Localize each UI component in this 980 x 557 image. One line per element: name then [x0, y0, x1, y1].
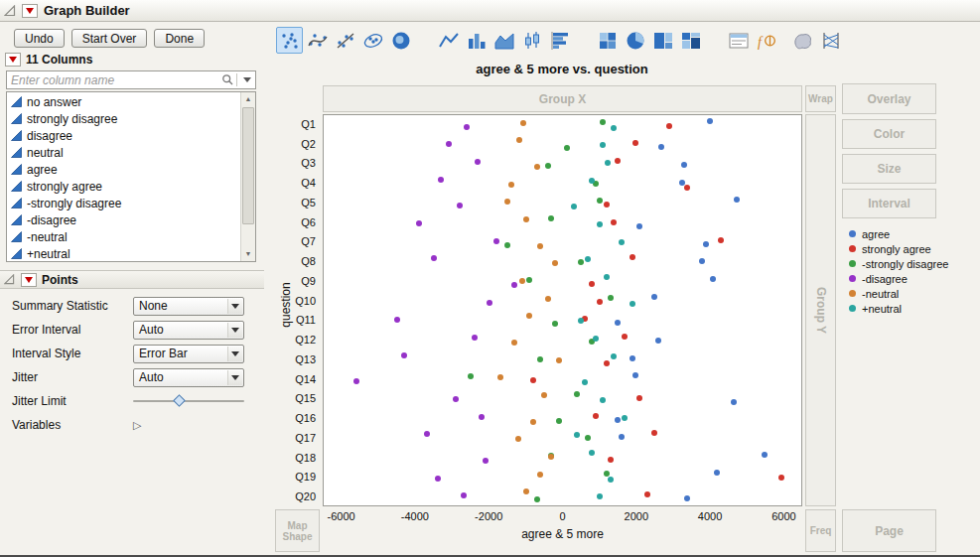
- line-icon[interactable]: [435, 27, 462, 54]
- data-point[interactable]: [464, 124, 470, 130]
- data-point[interactable]: [608, 477, 614, 483]
- data-point[interactable]: [519, 278, 525, 284]
- ellipse-icon[interactable]: [359, 27, 386, 54]
- data-point[interactable]: [511, 340, 517, 346]
- data-point[interactable]: [589, 450, 595, 456]
- data-point[interactable]: [699, 258, 705, 264]
- treemap-icon[interactable]: [649, 27, 676, 54]
- data-point[interactable]: [530, 419, 536, 425]
- data-point[interactable]: [585, 256, 591, 262]
- data-point[interactable]: [574, 391, 580, 397]
- data-point[interactable]: [435, 476, 441, 482]
- interval-style-select[interactable]: Error Bar: [133, 345, 244, 363]
- data-point[interactable]: [534, 496, 540, 502]
- data-point[interactable]: [516, 137, 522, 143]
- column-search-input[interactable]: [7, 73, 221, 87]
- data-point[interactable]: [632, 140, 638, 146]
- column-list-item[interactable]: disagree: [7, 127, 240, 144]
- data-point[interactable]: [611, 353, 617, 359]
- data-point[interactable]: [597, 198, 603, 204]
- error-interval-select[interactable]: Auto: [133, 321, 244, 340]
- heatmap-icon[interactable]: [594, 27, 621, 54]
- data-point[interactable]: [479, 414, 485, 420]
- data-point[interactable]: [552, 321, 558, 327]
- data-point[interactable]: [523, 488, 529, 494]
- data-point[interactable]: [520, 120, 526, 126]
- scroll-down-icon[interactable]: ▼: [241, 247, 255, 261]
- data-point[interactable]: [541, 392, 547, 398]
- data-point[interactable]: [556, 357, 562, 363]
- data-point[interactable]: [604, 274, 610, 280]
- legend-item[interactable]: -strongly disagree: [849, 256, 948, 271]
- data-point[interactable]: [600, 119, 606, 125]
- size-drop-zone[interactable]: Size: [842, 154, 936, 184]
- data-point[interactable]: [548, 454, 554, 460]
- data-point[interactable]: [655, 338, 661, 344]
- data-point[interactable]: [778, 475, 784, 481]
- data-point[interactable]: [600, 142, 606, 148]
- variables-disclosure-icon[interactable]: ▷: [133, 419, 141, 432]
- plot-area[interactable]: [323, 114, 802, 506]
- data-point[interactable]: [578, 318, 584, 324]
- jitter-limit-slider[interactable]: [133, 393, 244, 409]
- data-point[interactable]: [604, 471, 610, 477]
- data-point[interactable]: [636, 223, 642, 229]
- scroll-up-icon[interactable]: ▲: [241, 92, 255, 106]
- data-point[interactable]: [615, 320, 621, 326]
- data-point[interactable]: [394, 317, 400, 323]
- data-point[interactable]: [679, 180, 685, 186]
- data-point[interactable]: [526, 277, 532, 283]
- map-shape-drop-zone[interactable]: Map Shape: [275, 509, 320, 552]
- data-point[interactable]: [630, 355, 635, 361]
- smoother-icon[interactable]: [304, 27, 331, 54]
- data-point[interactable]: [636, 395, 642, 401]
- data-point[interactable]: [651, 294, 657, 300]
- data-point[interactable]: [611, 125, 617, 131]
- data-point[interactable]: [537, 243, 543, 249]
- data-point[interactable]: [493, 238, 499, 244]
- data-point[interactable]: [651, 430, 657, 436]
- data-point[interactable]: [578, 259, 584, 265]
- column-list-scrollbar[interactable]: ▲ ▼: [240, 92, 255, 261]
- data-point[interactable]: [619, 239, 625, 245]
- column-list-item[interactable]: agree: [7, 161, 240, 178]
- data-point[interactable]: [556, 418, 562, 424]
- legend-item[interactable]: -disagree: [849, 271, 948, 286]
- column-list-item[interactable]: no answer: [7, 93, 240, 110]
- data-point[interactable]: [446, 141, 452, 147]
- data-point[interactable]: [710, 276, 716, 282]
- data-point[interactable]: [684, 185, 690, 191]
- undo-button[interactable]: Undo: [14, 29, 65, 48]
- contour-icon[interactable]: [387, 27, 414, 54]
- interval-drop-zone[interactable]: Interval: [842, 189, 936, 218]
- data-point[interactable]: [571, 204, 577, 209]
- data-point[interactable]: [666, 123, 672, 129]
- legend-item[interactable]: strongly agree: [849, 241, 948, 256]
- formula-icon[interactable]: f: [753, 27, 779, 54]
- freq-drop-zone[interactable]: Freq: [805, 509, 836, 552]
- outline-collapse-icon[interactable]: [4, 5, 16, 17]
- legend-item[interactable]: +neutral: [849, 301, 948, 316]
- data-point[interactable]: [534, 164, 540, 170]
- data-point[interactable]: [593, 336, 599, 342]
- data-point[interactable]: [497, 374, 503, 380]
- data-point[interactable]: [605, 160, 611, 166]
- data-point[interactable]: [431, 255, 437, 261]
- data-point[interactable]: [615, 417, 621, 423]
- data-point[interactable]: [597, 299, 603, 305]
- color-drop-zone[interactable]: Color: [842, 119, 936, 149]
- column-list-item[interactable]: strongly disagree: [7, 110, 240, 127]
- data-point[interactable]: [526, 313, 532, 319]
- data-point[interactable]: [589, 281, 595, 287]
- column-list-item[interactable]: -disagree: [7, 211, 240, 228]
- data-point[interactable]: [658, 144, 664, 150]
- data-point[interactable]: [703, 241, 709, 247]
- data-point[interactable]: [453, 396, 459, 402]
- data-point[interactable]: [545, 296, 551, 302]
- data-point[interactable]: [537, 356, 543, 362]
- column-list-item[interactable]: strongly agree: [7, 178, 240, 195]
- scrollbar-thumb[interactable]: [242, 107, 254, 224]
- pie-icon[interactable]: [622, 27, 648, 54]
- data-point[interactable]: [353, 378, 359, 384]
- data-point[interactable]: [468, 373, 474, 379]
